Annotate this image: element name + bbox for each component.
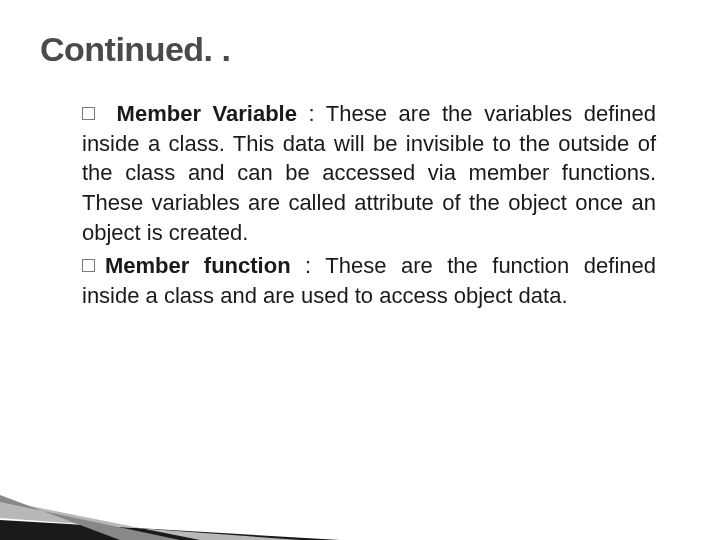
term-label: Member Variable (117, 101, 297, 126)
svg-marker-2 (0, 495, 180, 540)
bullet-marker-icon (82, 259, 95, 272)
bullet-item: Member Variable : These are the variable… (82, 99, 656, 247)
slide-content: Member Variable : These are the variable… (40, 99, 680, 311)
bullet-item: Member function : These are the function… (82, 251, 656, 310)
term-label: Member function (105, 253, 291, 278)
svg-marker-1 (0, 500, 300, 540)
slide-title: Continued. . (40, 30, 680, 69)
svg-marker-0 (0, 520, 340, 540)
corner-decoration-icon (0, 450, 360, 540)
slide-container: Continued. . Member Variable : These are… (0, 0, 720, 540)
bullet-marker-icon (82, 107, 95, 120)
